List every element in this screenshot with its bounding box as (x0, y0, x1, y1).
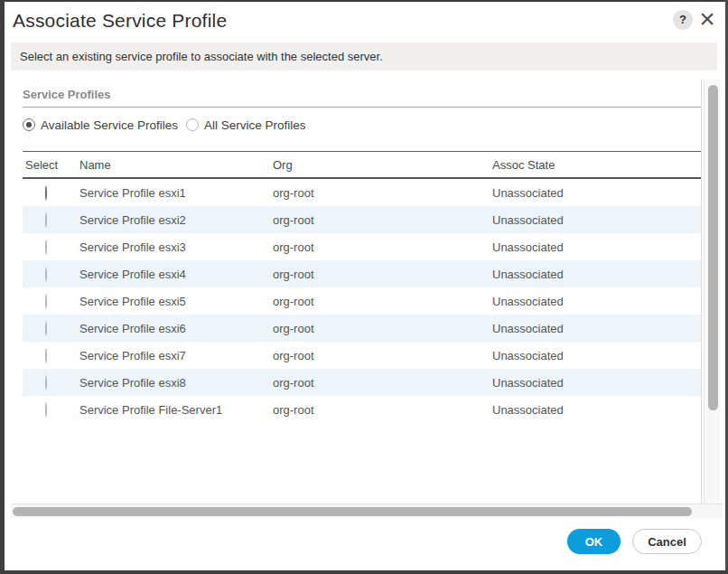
radio-all-icon[interactable] (186, 118, 199, 131)
org-cell: org-root (273, 349, 492, 362)
dialog-title: Associate Service Profile (13, 8, 227, 33)
name-cell: Service Profile esxi8 (79, 376, 273, 390)
assoc-state-cell: Unassociated (492, 213, 701, 227)
horizontal-scrollbar-track[interactable] (11, 503, 723, 518)
dialog-border-bottom (0, 570, 728, 574)
row-radio-button[interactable] (45, 267, 47, 282)
assoc-state-cell: Unassociated (492, 268, 701, 281)
table-row[interactable]: Service Profile esxi3 org-root Unassocia… (23, 233, 701, 260)
filter-label: All Service Profiles (204, 118, 306, 132)
row-radio-button[interactable] (45, 240, 47, 255)
vertical-scrollbar-track[interactable] (704, 80, 720, 503)
assoc-state-cell: Unassociated (492, 322, 701, 335)
col-header-org: Org (273, 158, 492, 172)
name-cell: Service Profile esxi7 (79, 349, 273, 362)
table-row[interactable]: Service Profile esxi2 org-root Unassocia… (23, 206, 701, 233)
service-profiles-table: Select Name Org Assoc State Service Prof… (23, 152, 701, 423)
col-header-assoc-state: Assoc State (492, 158, 701, 172)
select-cell (23, 213, 79, 227)
profile-filter-radios: Available Service Profiles All Service P… (23, 115, 306, 135)
dialog-footer: OK Cancel (11, 519, 723, 570)
org-cell: org-root (273, 186, 492, 200)
radio-available-icon[interactable] (23, 118, 35, 131)
ok-button[interactable]: OK (567, 529, 621, 554)
org-cell: org-root (273, 268, 492, 281)
select-cell (23, 268, 79, 281)
org-cell: org-root (273, 403, 492, 417)
row-radio-button[interactable] (45, 348, 47, 363)
table-row[interactable]: Service Profile esxi1 org-root Unassocia… (23, 179, 701, 206)
dialog-border-top (0, 0, 728, 2)
assoc-state-cell: Unassociated (492, 403, 701, 417)
assoc-state-cell: Unassociated (492, 240, 701, 254)
name-cell: Service Profile esxi3 (79, 240, 273, 254)
row-radio-button[interactable] (45, 294, 47, 309)
select-cell (23, 322, 79, 335)
table-row[interactable]: Service Profile esxi5 org-root Unassocia… (23, 287, 701, 315)
table-row[interactable]: Service Profile File-Server1 org-root Un… (23, 396, 701, 423)
table-header-row: Select Name Org Assoc State (23, 152, 701, 179)
select-cell (23, 403, 79, 417)
name-cell: Service Profile File-Server1 (79, 403, 273, 417)
close-icon[interactable]: × (695, 1, 719, 37)
assoc-state-cell: Unassociated (492, 376, 701, 390)
select-cell (23, 186, 79, 200)
row-radio-button[interactable] (45, 212, 47, 228)
org-cell: org-root (273, 213, 492, 227)
table-row[interactable]: Service Profile esxi7 org-root Unassocia… (23, 342, 701, 369)
name-cell: Service Profile esxi5 (79, 295, 273, 308)
cancel-button[interactable]: Cancel (632, 529, 702, 554)
section-title: Service Profiles (23, 88, 111, 101)
name-cell: Service Profile esxi1 (79, 186, 273, 200)
select-cell (23, 349, 79, 362)
table-panel-edge (701, 80, 702, 503)
col-header-select: Select (23, 158, 79, 172)
filter-label: Available Service Profiles (41, 118, 178, 132)
select-cell (23, 376, 79, 390)
service-profiles-groupbox: Service Profiles Available Service Profi… (11, 80, 723, 518)
org-cell: org-root (273, 295, 492, 308)
dialog-border-left (0, 0, 5, 574)
select-cell (23, 295, 79, 308)
filter-available-service-profiles[interactable]: Available Service Profiles (23, 118, 178, 132)
org-cell: org-root (273, 322, 492, 335)
row-radio-button[interactable] (45, 321, 47, 336)
instruction-text: Select an existing service profile to as… (11, 42, 717, 71)
help-icon[interactable]: ? (673, 10, 693, 30)
table-row[interactable]: Service Profile esxi6 org-root Unassocia… (23, 315, 701, 342)
assoc-state-cell: Unassociated (492, 295, 701, 308)
horizontal-scrollbar-thumb[interactable] (13, 507, 692, 516)
table-row[interactable]: Service Profile esxi4 org-root Unassocia… (23, 260, 701, 287)
assoc-state-cell: Unassociated (492, 186, 701, 200)
table-body: Service Profile esxi1 org-root Unassocia… (23, 179, 701, 423)
section-divider (23, 107, 701, 108)
row-radio-button[interactable] (45, 185, 47, 201)
select-cell (23, 240, 79, 254)
name-cell: Service Profile esxi2 (79, 213, 273, 227)
row-radio-button[interactable] (45, 402, 47, 418)
instruction-banner: Select an existing service profile to as… (11, 42, 717, 71)
col-header-name: Name (79, 158, 273, 172)
name-cell: Service Profile esxi6 (79, 322, 273, 335)
org-cell: org-root (273, 376, 492, 390)
name-cell: Service Profile esxi4 (79, 268, 273, 281)
row-radio-button[interactable] (45, 375, 47, 391)
org-cell: org-root (273, 240, 492, 254)
filter-all-service-profiles[interactable]: All Service Profiles (186, 118, 306, 132)
assoc-state-cell: Unassociated (492, 349, 701, 362)
table-row[interactable]: Service Profile esxi8 org-root Unassocia… (23, 369, 701, 396)
vertical-scrollbar-thumb[interactable] (708, 85, 718, 410)
